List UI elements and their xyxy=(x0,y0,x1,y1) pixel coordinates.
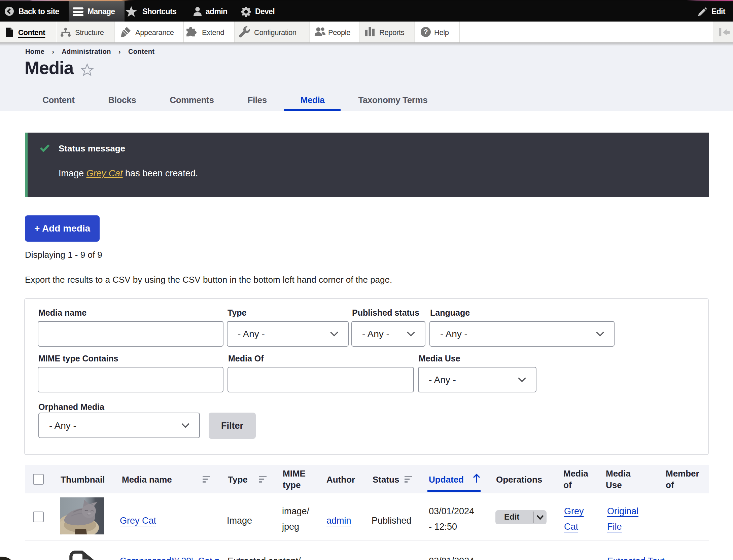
svg-text:?: ? xyxy=(424,28,428,36)
